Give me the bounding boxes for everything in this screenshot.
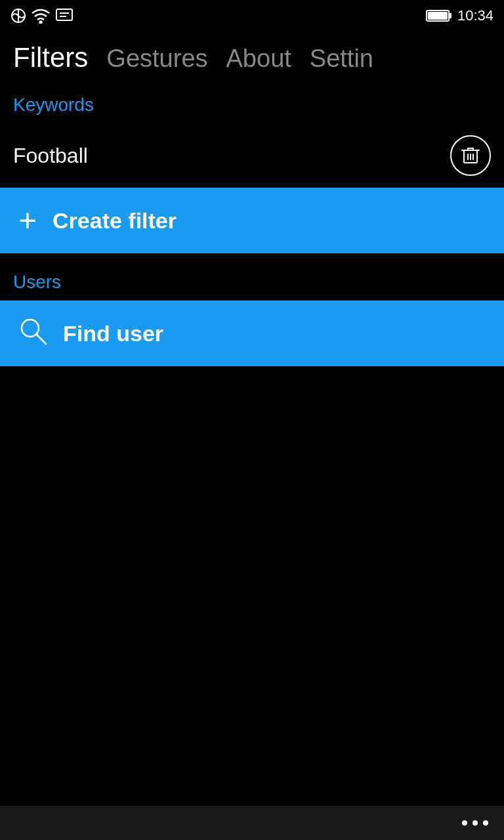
keywords-label: Keywords	[0, 81, 504, 123]
svg-rect-3	[56, 9, 72, 20]
svg-point-14	[22, 320, 39, 337]
plus-icon: +	[18, 205, 37, 236]
tab-settings[interactable]: Settin	[310, 45, 373, 73]
status-right: 10:34	[426, 7, 494, 24]
time-display: 10:34	[457, 7, 494, 24]
message-icon	[55, 8, 74, 24]
keyword-item: Football	[0, 123, 504, 188]
tab-gestures[interactable]: Gestures	[106, 45, 207, 73]
signal-icon	[10, 8, 26, 24]
tab-filters[interactable]: Filters	[13, 42, 88, 74]
delete-keyword-button[interactable]	[450, 135, 491, 176]
trash-icon	[461, 146, 480, 165]
svg-rect-7	[428, 12, 448, 20]
users-label: Users	[0, 259, 504, 301]
battery-icon	[426, 9, 452, 23]
bottom-dot-1	[462, 820, 467, 826]
status-icons	[10, 8, 74, 24]
svg-line-15	[37, 335, 46, 344]
search-icon	[18, 316, 47, 350]
create-filter-label: Create filter	[52, 208, 177, 234]
users-section: Users Find user	[0, 259, 504, 366]
bottom-dot-2	[472, 820, 478, 826]
svg-point-2	[40, 22, 42, 24]
find-user-label: Find user	[63, 321, 163, 346]
keywords-section: Keywords Football + Create filter	[0, 81, 504, 253]
bottom-dot-3	[483, 820, 488, 826]
find-user-button[interactable]: Find user	[0, 301, 504, 366]
svg-rect-8	[449, 13, 452, 18]
keyword-text: Football	[13, 144, 88, 168]
status-bar: 10:34	[0, 0, 504, 32]
nav-tabs: Filters Gestures About Settin	[0, 32, 504, 81]
create-filter-button[interactable]: + Create filter	[0, 188, 504, 253]
wifi-icon	[32, 8, 50, 24]
bottom-bar	[0, 806, 504, 840]
tab-about[interactable]: About	[226, 45, 291, 73]
